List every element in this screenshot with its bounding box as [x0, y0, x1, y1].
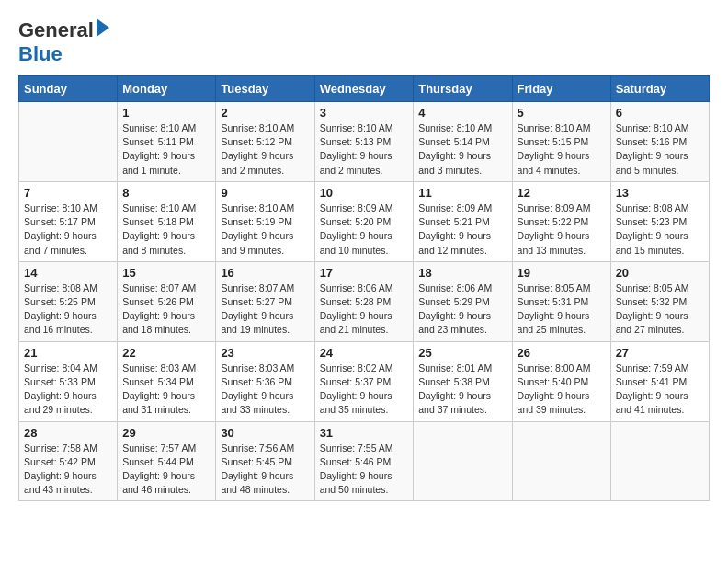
day-info: Sunrise: 8:04 AM Sunset: 5:33 PM Dayligh…	[24, 362, 112, 418]
day-info: Sunrise: 8:07 AM Sunset: 5:26 PM Dayligh…	[122, 282, 210, 338]
day-info: Sunrise: 7:58 AM Sunset: 5:42 PM Dayligh…	[24, 442, 112, 498]
calendar-cell	[414, 421, 512, 501]
day-number: 8	[122, 186, 210, 200]
day-info: Sunrise: 7:56 AM Sunset: 5:45 PM Dayligh…	[221, 442, 309, 498]
day-number: 28	[24, 426, 112, 440]
page-header: General Blue	[18, 18, 710, 66]
day-number: 6	[616, 106, 704, 120]
calendar-week-row: 7Sunrise: 8:10 AM Sunset: 5:17 PM Daylig…	[19, 181, 710, 261]
day-number: 4	[418, 106, 506, 120]
calendar-cell: 22Sunrise: 8:03 AM Sunset: 5:34 PM Dayli…	[118, 341, 216, 421]
calendar-cell: 7Sunrise: 8:10 AM Sunset: 5:17 PM Daylig…	[19, 181, 118, 261]
day-number: 2	[221, 106, 309, 120]
calendar-cell: 5Sunrise: 8:10 AM Sunset: 5:15 PM Daylig…	[512, 102, 610, 182]
header-sunday: Sunday	[19, 76, 118, 102]
day-number: 21	[24, 346, 112, 360]
day-info: Sunrise: 8:02 AM Sunset: 5:37 PM Dayligh…	[320, 362, 409, 418]
header-monday: Monday	[118, 76, 216, 102]
calendar-cell: 29Sunrise: 7:57 AM Sunset: 5:44 PM Dayli…	[118, 421, 216, 501]
day-number: 24	[320, 346, 409, 360]
calendar-cell: 1Sunrise: 8:10 AM Sunset: 5:11 PM Daylig…	[118, 102, 216, 182]
calendar-cell: 12Sunrise: 8:09 AM Sunset: 5:22 PM Dayli…	[512, 181, 610, 261]
logo-arrow-icon	[97, 18, 109, 37]
calendar-cell: 17Sunrise: 8:06 AM Sunset: 5:28 PM Dayli…	[314, 261, 414, 341]
day-number: 10	[320, 186, 409, 200]
calendar-cell: 26Sunrise: 8:00 AM Sunset: 5:40 PM Dayli…	[512, 341, 610, 421]
calendar-cell: 19Sunrise: 8:05 AM Sunset: 5:31 PM Dayli…	[512, 261, 610, 341]
day-info: Sunrise: 7:55 AM Sunset: 5:46 PM Dayligh…	[320, 442, 409, 498]
calendar-cell: 15Sunrise: 8:07 AM Sunset: 5:26 PM Dayli…	[118, 261, 216, 341]
calendar-cell: 16Sunrise: 8:07 AM Sunset: 5:27 PM Dayli…	[216, 261, 314, 341]
logo: General Blue	[18, 18, 109, 66]
day-number: 1	[122, 106, 210, 120]
calendar-cell: 4Sunrise: 8:10 AM Sunset: 5:14 PM Daylig…	[414, 102, 512, 182]
calendar-cell: 9Sunrise: 8:10 AM Sunset: 5:19 PM Daylig…	[216, 181, 314, 261]
day-number: 11	[418, 186, 506, 200]
day-info: Sunrise: 8:10 AM Sunset: 5:17 PM Dayligh…	[24, 201, 112, 258]
day-info: Sunrise: 8:07 AM Sunset: 5:27 PM Dayligh…	[221, 282, 309, 338]
calendar-cell: 2Sunrise: 8:10 AM Sunset: 5:12 PM Daylig…	[216, 102, 314, 182]
calendar-cell: 10Sunrise: 8:09 AM Sunset: 5:20 PM Dayli…	[314, 181, 414, 261]
day-info: Sunrise: 7:57 AM Sunset: 5:44 PM Dayligh…	[122, 442, 210, 498]
day-number: 29	[122, 426, 210, 440]
header-wednesday: Wednesday	[314, 76, 414, 102]
day-info: Sunrise: 8:10 AM Sunset: 5:19 PM Dayligh…	[221, 201, 309, 258]
day-number: 27	[616, 346, 704, 360]
day-info: Sunrise: 8:10 AM Sunset: 5:11 PM Dayligh…	[122, 121, 210, 178]
calendar-week-row: 1Sunrise: 8:10 AM Sunset: 5:11 PM Daylig…	[19, 102, 710, 182]
day-info: Sunrise: 8:10 AM Sunset: 5:15 PM Dayligh…	[518, 121, 606, 178]
day-number: 20	[616, 266, 704, 280]
header-tuesday: Tuesday	[216, 76, 314, 102]
day-number: 31	[320, 426, 409, 440]
day-number: 7	[24, 186, 112, 200]
calendar-header-row: SundayMondayTuesdayWednesdayThursdayFrid…	[19, 76, 710, 102]
day-info: Sunrise: 8:10 AM Sunset: 5:12 PM Dayligh…	[221, 121, 309, 178]
day-number: 22	[122, 346, 210, 360]
day-info: Sunrise: 8:10 AM Sunset: 5:16 PM Dayligh…	[616, 121, 704, 178]
day-number: 14	[24, 266, 112, 280]
day-number: 25	[418, 346, 506, 360]
day-number: 16	[221, 266, 309, 280]
header-friday: Friday	[512, 76, 610, 102]
calendar-week-row: 14Sunrise: 8:08 AM Sunset: 5:25 PM Dayli…	[19, 261, 710, 341]
day-info: Sunrise: 8:00 AM Sunset: 5:40 PM Dayligh…	[518, 362, 606, 418]
calendar-cell: 30Sunrise: 7:56 AM Sunset: 5:45 PM Dayli…	[216, 421, 314, 501]
calendar-cell: 6Sunrise: 8:10 AM Sunset: 5:16 PM Daylig…	[610, 102, 709, 182]
day-info: Sunrise: 8:10 AM Sunset: 5:14 PM Dayligh…	[418, 121, 506, 178]
calendar-cell: 31Sunrise: 7:55 AM Sunset: 5:46 PM Dayli…	[314, 421, 414, 501]
calendar-cell: 8Sunrise: 8:10 AM Sunset: 5:18 PM Daylig…	[118, 181, 216, 261]
calendar-table: SundayMondayTuesdayWednesdayThursdayFrid…	[18, 75, 710, 501]
calendar-cell: 28Sunrise: 7:58 AM Sunset: 5:42 PM Dayli…	[19, 421, 118, 501]
logo-general: General	[18, 18, 94, 42]
calendar-cell: 24Sunrise: 8:02 AM Sunset: 5:37 PM Dayli…	[314, 341, 414, 421]
calendar-cell	[610, 421, 709, 501]
calendar-cell: 14Sunrise: 8:08 AM Sunset: 5:25 PM Dayli…	[19, 261, 118, 341]
calendar-cell: 21Sunrise: 8:04 AM Sunset: 5:33 PM Dayli…	[19, 341, 118, 421]
day-info: Sunrise: 8:05 AM Sunset: 5:31 PM Dayligh…	[518, 282, 606, 338]
day-info: Sunrise: 8:03 AM Sunset: 5:36 PM Dayligh…	[221, 362, 309, 418]
logo-blue: Blue	[18, 42, 63, 65]
day-number: 30	[221, 426, 309, 440]
day-info: Sunrise: 8:03 AM Sunset: 5:34 PM Dayligh…	[122, 362, 210, 418]
day-number: 12	[518, 186, 606, 200]
day-info: Sunrise: 8:08 AM Sunset: 5:23 PM Dayligh…	[616, 201, 704, 258]
day-number: 23	[221, 346, 309, 360]
day-number: 18	[418, 266, 506, 280]
calendar-cell: 18Sunrise: 8:06 AM Sunset: 5:29 PM Dayli…	[414, 261, 512, 341]
header-saturday: Saturday	[610, 76, 709, 102]
calendar-cell: 13Sunrise: 8:08 AM Sunset: 5:23 PM Dayli…	[610, 181, 709, 261]
calendar-cell	[512, 421, 610, 501]
day-info: Sunrise: 8:06 AM Sunset: 5:28 PM Dayligh…	[320, 282, 409, 338]
day-number: 15	[122, 266, 210, 280]
calendar-cell: 3Sunrise: 8:10 AM Sunset: 5:13 PM Daylig…	[314, 102, 414, 182]
day-number: 19	[518, 266, 606, 280]
calendar-cell: 20Sunrise: 8:05 AM Sunset: 5:32 PM Dayli…	[610, 261, 709, 341]
day-info: Sunrise: 8:05 AM Sunset: 5:32 PM Dayligh…	[616, 282, 704, 338]
calendar-cell: 27Sunrise: 7:59 AM Sunset: 5:41 PM Dayli…	[610, 341, 709, 421]
calendar-cell: 23Sunrise: 8:03 AM Sunset: 5:36 PM Dayli…	[216, 341, 314, 421]
day-info: Sunrise: 8:10 AM Sunset: 5:13 PM Dayligh…	[320, 121, 409, 178]
day-number: 13	[616, 186, 704, 200]
day-info: Sunrise: 8:09 AM Sunset: 5:20 PM Dayligh…	[320, 201, 409, 258]
day-number: 3	[320, 106, 409, 120]
day-info: Sunrise: 8:06 AM Sunset: 5:29 PM Dayligh…	[418, 282, 506, 338]
